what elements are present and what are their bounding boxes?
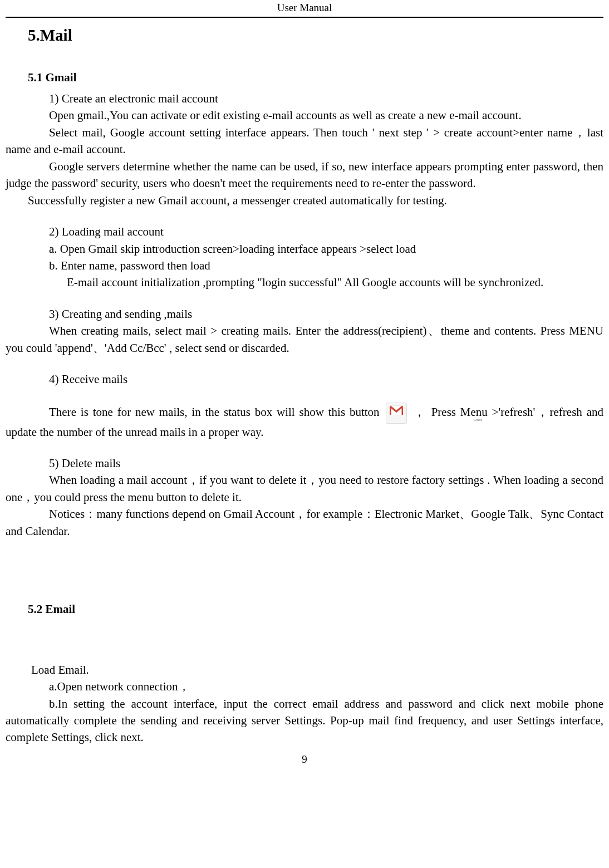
subsection-gmail-heading: 5.1 Gmail: [28, 69, 603, 86]
gmail-p13: There is tone for new mails, in the stat…: [6, 403, 603, 440]
email-p1: Load Email.: [6, 661, 603, 678]
gmail-p4: Google servers determine whether the nam…: [6, 158, 603, 192]
gmail-icon-caption: Gmail: [430, 418, 450, 423]
gmail-p9: E-mail account initialization ,prompting…: [6, 274, 603, 291]
spacer: [6, 209, 603, 223]
gmail-p10: 3) Creating and sending ,mails: [6, 306, 603, 322]
header-title: User Manual: [6, 0, 603, 17]
gmail-p15: When loading a mail account，if you want …: [6, 472, 603, 506]
email-p3: b.In setting the account interface, inpu…: [6, 695, 603, 746]
gmail-p8: b. Enter name, password then load: [6, 257, 603, 274]
gmail-p14: 5) Delete mails: [6, 455, 603, 472]
page-number: 9: [6, 752, 603, 767]
subsection-email-heading: 5.2 Email: [28, 601, 603, 617]
gmail-p2: Open gmail.,You can activate or edit exi…: [6, 107, 603, 124]
spacer: [6, 291, 603, 306]
gmail-p5: Successfully register a new Gmail accoun…: [6, 192, 603, 209]
gmail-p13a-text: There is tone for new mails, in the stat…: [49, 405, 380, 418]
page-container: User Manual 5.Mail 5.1 Gmail 1) Create a…: [0, 0, 609, 767]
gmail-p16: Notices：many functions depend on Gmail A…: [6, 506, 603, 540]
gmail-p12: 4) Receive mails: [6, 371, 603, 388]
spacer: [6, 622, 603, 661]
gmail-p3: Select mail, Google account setting inte…: [6, 124, 603, 158]
spacer-large: [6, 540, 603, 601]
gmail-p6: 2) Loading mail account: [6, 223, 603, 240]
section-title: 5.Mail: [28, 23, 603, 47]
gmail-app-icon: Gmail: [386, 403, 407, 424]
email-p2: a.Open network connection，: [6, 678, 603, 695]
spacer: [6, 356, 603, 371]
spacer: [6, 440, 603, 455]
gmail-p7: a. Open Gmail skip introduction screen>l…: [6, 241, 603, 257]
spacer: [6, 388, 603, 403]
gmail-p11: When creating mails, select mail > creat…: [6, 322, 603, 356]
gmail-p1: 1) Create an electronic mail account: [6, 90, 603, 107]
header-rule: [6, 17, 603, 18]
